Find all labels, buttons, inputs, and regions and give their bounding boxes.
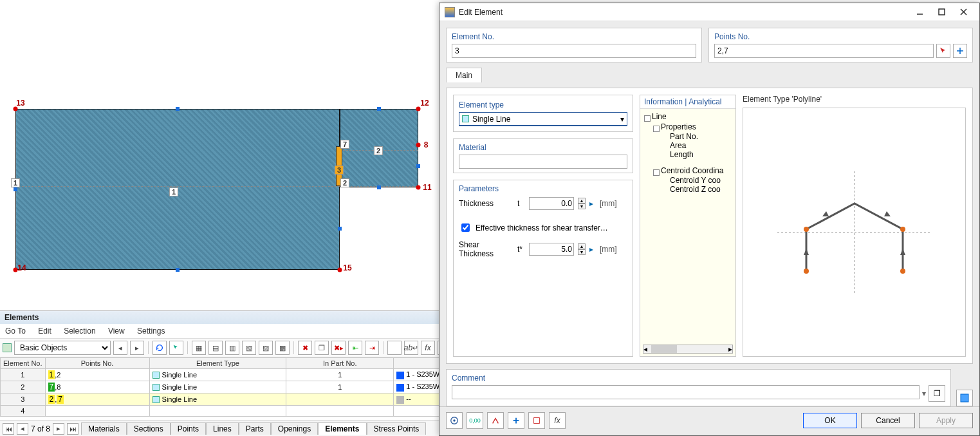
edge-handle[interactable]: [176, 107, 180, 111]
tool-table-3-icon[interactable]: ▥: [225, 341, 239, 355]
comment-input[interactable]: [452, 385, 920, 399]
tab-materials[interactable]: Materials: [81, 422, 127, 435]
tree-length[interactable]: Length: [652, 150, 735, 159]
tool-table-4-icon[interactable]: ▧: [242, 341, 256, 355]
arrow-icon[interactable]: ▸: [589, 199, 596, 208]
tree-area[interactable]: Area: [652, 141, 735, 150]
model-viewport[interactable]: 13 12 8 11 15 14 1 1 7 2 3 2: [0, 0, 438, 309]
tool-pick-icon[interactable]: [169, 341, 183, 355]
node-11[interactable]: [416, 185, 421, 190]
menu-view[interactable]: View: [108, 327, 125, 336]
tab-sections[interactable]: Sections: [127, 422, 171, 435]
apply-button[interactable]: Apply: [919, 413, 973, 428]
info-tree[interactable]: Line Properties Part No. Area Length Cen…: [640, 109, 735, 196]
tree-cy[interactable]: Centroid Y coo: [652, 176, 735, 185]
tree-partno[interactable]: Part No.: [652, 132, 735, 141]
tool-table-1-icon[interactable]: ▦: [192, 341, 206, 355]
pager-next-icon[interactable]: ▸: [53, 423, 64, 435]
cancel-button[interactable]: Cancel: [861, 413, 915, 428]
color-tool-icon[interactable]: [956, 390, 973, 406]
element-no-input[interactable]: [452, 44, 696, 58]
chevron-down-icon[interactable]: ▾: [922, 389, 926, 398]
tool-refresh-icon[interactable]: [153, 341, 167, 355]
node-label: 14: [17, 263, 26, 272]
tab-main[interactable]: Main: [446, 68, 482, 82]
edge-handle[interactable]: [416, 164, 420, 168]
points-no-input[interactable]: [714, 44, 934, 58]
tab-openings[interactable]: Openings: [271, 422, 318, 435]
menu-selection[interactable]: Selection: [64, 327, 95, 336]
thickness-input[interactable]: [529, 197, 574, 210]
menu-edit[interactable]: Edit: [38, 327, 51, 336]
minimize-button[interactable]: [909, 5, 930, 19]
edge-handle[interactable]: [377, 185, 381, 189]
tab-lines[interactable]: Lines: [206, 422, 239, 435]
pager-first-icon[interactable]: ⏮: [3, 423, 14, 435]
edge-handle[interactable]: [338, 227, 342, 231]
line-swatch-icon: [462, 115, 469, 122]
footer-tool4-icon[interactable]: [508, 412, 524, 429]
element-label: 7: [340, 140, 349, 149]
edge-handle[interactable]: [176, 268, 180, 272]
col-points-no[interactable]: Points No.: [45, 358, 149, 369]
tool-delete2-icon[interactable]: ✖▸: [331, 341, 346, 355]
pager-prev-icon[interactable]: ◂: [17, 423, 28, 435]
tab-points[interactable]: Points: [171, 422, 206, 435]
material-input[interactable]: [459, 155, 627, 169]
tool-delete-icon[interactable]: ✖: [298, 341, 312, 355]
menu-goto[interactable]: Go To: [5, 327, 26, 336]
footer-tool5-icon[interactable]: [528, 412, 545, 429]
shear-thickness-stepper[interactable]: ▲▼: [578, 243, 586, 255]
tool-table-6-icon[interactable]: ▩: [275, 341, 290, 355]
pick-points-icon[interactable]: [936, 44, 950, 58]
tool-text-icon[interactable]: ab↵: [404, 341, 418, 355]
tool-table-2-icon[interactable]: ▤: [208, 341, 223, 355]
tree-properties[interactable]: Properties: [652, 122, 735, 132]
dialog-titlebar[interactable]: Edit Element: [439, 3, 979, 21]
shear-thickness-sym: t*: [517, 245, 525, 254]
col-in-part[interactable]: In Part No.: [286, 358, 394, 369]
footer-tool3-icon[interactable]: [487, 412, 504, 429]
tree-cz[interactable]: Centroid Z coo: [652, 185, 735, 194]
pick-points-alt-icon[interactable]: [953, 44, 967, 58]
tool-table-5-icon[interactable]: ▨: [259, 341, 273, 355]
col-element-no[interactable]: Element No.: [1, 358, 46, 369]
info-header: Information | Analytical: [640, 95, 735, 109]
effective-thickness-checkbox[interactable]: [461, 223, 470, 232]
edge-handle[interactable]: [377, 107, 381, 111]
tool-import-icon[interactable]: ⇤: [348, 341, 362, 355]
ok-button[interactable]: OK: [803, 413, 857, 428]
tool-fx-icon[interactable]: fx: [421, 341, 435, 355]
tab-elements[interactable]: Elements: [318, 422, 366, 435]
tool-export-icon[interactable]: ⇥: [365, 341, 379, 355]
element-type-select[interactable]: Single Line ▾: [459, 112, 627, 126]
tree-line[interactable]: Line: [643, 111, 735, 122]
svg-rect-0: [939, 9, 945, 15]
close-button[interactable]: [952, 5, 974, 19]
object-picker[interactable]: Basic Objects: [14, 341, 111, 355]
tool-excel-icon[interactable]: [387, 341, 402, 355]
shear-thickness-input[interactable]: [529, 243, 574, 256]
menu-settings[interactable]: Settings: [137, 327, 165, 336]
tool-copy-icon[interactable]: ❐: [315, 341, 329, 355]
nav-left-icon[interactable]: ◂: [113, 341, 127, 355]
node-15[interactable]: [338, 268, 342, 272]
comment-lib-icon[interactable]: ❐: [929, 385, 945, 402]
edge-handle[interactable]: [14, 187, 17, 191]
pager-last-icon[interactable]: ⏭: [67, 423, 79, 435]
tab-parts[interactable]: Parts: [239, 422, 271, 435]
tree-hscroll[interactable]: ◂▸: [643, 345, 733, 354]
footer-fx-icon[interactable]: fx: [549, 412, 566, 429]
unit-label: [mm]: [600, 199, 617, 208]
arrow-icon[interactable]: ▸: [589, 245, 596, 254]
nav-right-icon[interactable]: ▸: [130, 341, 144, 355]
col-element-type[interactable]: Element Type: [149, 358, 286, 369]
element-no-label: Element No.: [452, 32, 696, 41]
footer-units-icon[interactable]: 0,00: [467, 412, 483, 429]
footer-help-icon[interactable]: [446, 412, 463, 429]
tree-centroid[interactable]: Centroid Coordina: [652, 166, 735, 176]
node-8[interactable]: [416, 143, 421, 147]
maximize-button[interactable]: [930, 5, 952, 19]
thickness-stepper[interactable]: ▲▼: [578, 198, 586, 209]
tab-stress-points[interactable]: Stress Points: [367, 422, 427, 435]
